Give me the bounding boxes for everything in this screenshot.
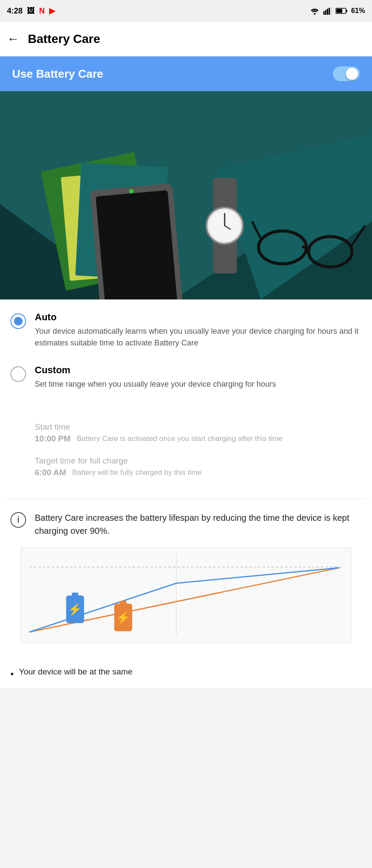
auto-radio-text: Auto Your device automatically learns wh… bbox=[35, 312, 362, 349]
page-title: Battery Care bbox=[28, 32, 100, 46]
wifi-icon bbox=[309, 7, 320, 15]
svg-rect-39 bbox=[120, 601, 126, 605]
battery-percent: 61% bbox=[351, 7, 365, 15]
status-time: 4:28 bbox=[7, 7, 23, 16]
svg-rect-8 bbox=[336, 9, 342, 13]
svg-text:⚡: ⚡ bbox=[116, 611, 130, 625]
svg-rect-3 bbox=[327, 9, 328, 15]
toggle-thumb bbox=[346, 68, 358, 80]
toggle-banner: Use Battery Care bbox=[0, 56, 372, 91]
gallery-icon: 🖼 bbox=[27, 7, 35, 16]
auto-option[interactable]: Auto Your device automatically learns wh… bbox=[10, 312, 362, 349]
bullet-item: • Your device will be at the same bbox=[10, 666, 362, 681]
hero-image bbox=[0, 91, 372, 299]
info-row: i Battery Care increases the battery lif… bbox=[10, 511, 362, 537]
svg-rect-1 bbox=[323, 11, 325, 15]
target-time-label: Target time for full charge bbox=[35, 456, 362, 466]
auto-radio-button[interactable] bbox=[10, 313, 26, 329]
svg-rect-7 bbox=[346, 10, 347, 12]
netflix-icon: N bbox=[39, 7, 45, 16]
auto-radio-inner bbox=[14, 317, 23, 326]
svg-text:⚡: ⚡ bbox=[68, 602, 82, 616]
time-settings: Start time 10:00 PM Battery Care is acti… bbox=[0, 418, 372, 499]
svg-rect-5 bbox=[330, 7, 332, 15]
bullet-text: Your device will be at the same bbox=[19, 666, 133, 678]
use-battery-care-label: Use Battery Care bbox=[12, 67, 103, 81]
signal-icon bbox=[323, 7, 332, 15]
start-time-desc: Battery Care is activated once you start… bbox=[76, 434, 282, 444]
start-time-value-row: 10:00 PM Battery Care is activated once … bbox=[35, 434, 362, 444]
target-time-item: Target time for full charge 6:00 AM Batt… bbox=[35, 456, 362, 478]
info-text: Battery Care increases the battery lifes… bbox=[35, 511, 362, 537]
youtube-icon: ▶ bbox=[49, 6, 55, 16]
custom-option[interactable]: Custom Set time range when you usually l… bbox=[10, 365, 362, 390]
back-button[interactable]: ← bbox=[7, 32, 19, 46]
target-time-value: 6:00 AM bbox=[35, 468, 66, 477]
svg-rect-36 bbox=[72, 592, 78, 596]
start-time-item: Start time 10:00 PM Battery Care is acti… bbox=[35, 422, 362, 444]
battery-care-toggle[interactable] bbox=[333, 66, 360, 81]
battery-icon bbox=[335, 7, 348, 14]
target-time-desc: Battery will be fully charged by this ti… bbox=[72, 467, 202, 478]
info-section: i Battery Care increases the battery lif… bbox=[0, 499, 372, 666]
start-time-value: 10:00 PM bbox=[35, 434, 70, 444]
info-icon: i bbox=[10, 512, 26, 528]
app-bar: ← Battery Care bbox=[0, 22, 372, 56]
custom-radio-button[interactable] bbox=[10, 366, 26, 382]
auto-radio-title: Auto bbox=[35, 312, 362, 323]
status-left: 4:28 🖼 N ▶ bbox=[7, 6, 55, 16]
status-bar: 4:28 🖼 N ▶ 61% bbox=[0, 0, 372, 22]
svg-rect-4 bbox=[329, 8, 330, 15]
custom-radio-desc: Set time range when you usually leave yo… bbox=[35, 378, 362, 390]
status-right: 61% bbox=[309, 7, 365, 15]
svg-line-26 bbox=[302, 247, 309, 248]
svg-rect-2 bbox=[325, 10, 326, 15]
svg-point-0 bbox=[314, 13, 316, 15]
custom-radio-title: Custom bbox=[35, 365, 362, 376]
bullet-dot: • bbox=[10, 667, 14, 681]
start-time-label: Start time bbox=[35, 422, 362, 432]
custom-radio-text: Custom Set time range when you usually l… bbox=[35, 365, 362, 390]
bullet-section: • Your device will be at the same bbox=[0, 666, 372, 688]
charge-chart: ⚡ ⚡ bbox=[21, 548, 351, 643]
svg-rect-17 bbox=[96, 190, 178, 299]
target-time-value-row: 6:00 AM Battery will be fully charged by… bbox=[35, 467, 362, 478]
auto-radio-desc: Your device automatically learns when yo… bbox=[35, 326, 362, 349]
radio-section: Auto Your device automatically learns wh… bbox=[0, 299, 372, 418]
